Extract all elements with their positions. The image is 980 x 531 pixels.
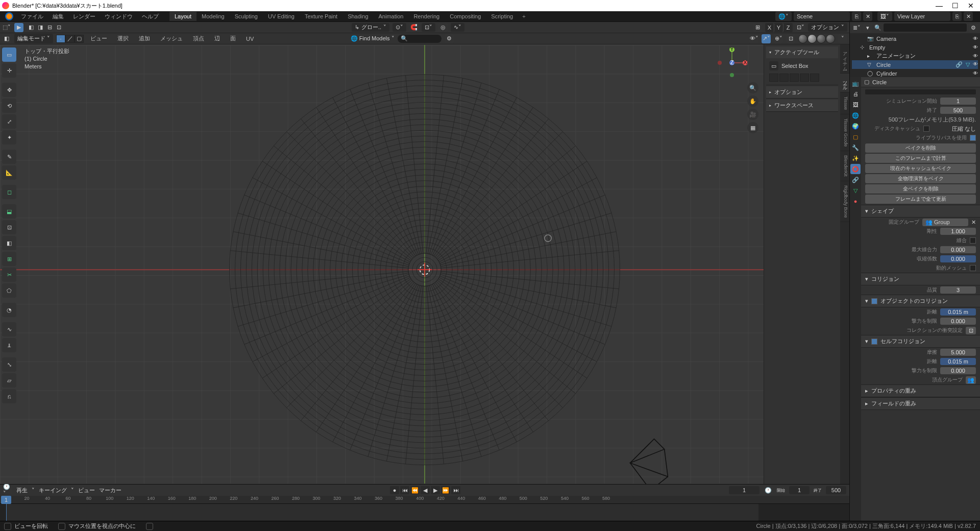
shading-rendered[interactable] — [826, 34, 835, 43]
spin-tool[interactable]: ◔ — [2, 303, 16, 317]
shading-dropdown[interactable]: ˅ — [838, 34, 847, 43]
dynmesh-check[interactable] — [970, 265, 976, 271]
tab-sculpting[interactable]: Sculpting — [230, 12, 263, 21]
snap-type-dropdown[interactable]: ⊡˅ — [422, 23, 435, 32]
selmode-xor[interactable] — [800, 74, 809, 82]
shading-solid[interactable] — [807, 34, 817, 43]
perspective-toggle-icon[interactable]: ▦ — [747, 122, 758, 133]
timeline-ruler[interactable]: 1 20406080100120140160180200220240260280… — [0, 496, 849, 504]
npanel-tab-rigidbody[interactable]: Rigidbody Bone — [840, 181, 849, 223]
mode-dropdown[interactable]: 編集モード ˅ — [14, 34, 53, 43]
imp-value[interactable]: 0.000 — [940, 318, 976, 325]
ptab-constraints[interactable]: 🔗 — [850, 175, 861, 185]
visibility-dropdown[interactable]: 👁˅ — [749, 34, 758, 43]
tab-rendering[interactable]: Rendering — [408, 12, 445, 21]
gizmo-dropdown[interactable]: ↗˅ — [762, 34, 771, 43]
minimize-button[interactable]: — — [936, 2, 943, 10]
start-frame-input[interactable] — [789, 486, 810, 494]
snap-toggle[interactable]: 🧲 — [409, 23, 419, 32]
objcoll-section-header[interactable]: ▾ オブジェクトのコリジョン — [861, 295, 980, 307]
npanel-tab-tool[interactable]: ツール — [840, 74, 849, 92]
axis-z[interactable]: Z — [783, 23, 793, 32]
view-menu[interactable]: ビュー — [87, 34, 111, 43]
ptab-render[interactable]: 📺 — [850, 78, 861, 88]
axis-x[interactable]: X — [765, 23, 774, 32]
overlay-dropdown[interactable]: ⊕˅ — [774, 34, 783, 43]
options-dropdown[interactable]: オプション ˅ — [808, 23, 847, 32]
rotate-tool[interactable]: ⟲ — [2, 99, 16, 113]
sim-end-value[interactable]: 500 — [940, 107, 976, 114]
app-logo-icon[interactable] — [5, 12, 13, 20]
pingroup-clear[interactable]: ✕ — [971, 219, 976, 226]
bake-update-button[interactable]: フレームまで全て更新 — [865, 195, 976, 204]
editor-type-dropdown[interactable]: ⬚˅ — [2, 23, 11, 32]
loopcut-tool[interactable]: ⊞ — [2, 252, 16, 266]
tab-uvediting[interactable]: UV Editing — [263, 12, 300, 21]
add-workspace-button[interactable]: + — [518, 13, 529, 19]
mesh-menu[interactable]: メッシュ — [157, 34, 186, 43]
sel-sub-icon[interactable]: ⊡ — [54, 23, 63, 32]
current-frame-input[interactable] — [729, 486, 760, 494]
selfcoll-section-header[interactable]: ▾ セルフコリジョン — [861, 335, 980, 348]
outliner-row[interactable]: ▸アニメーション👁 — [852, 52, 978, 60]
vertex-select-mode[interactable]: · — [56, 35, 65, 43]
measure-tool[interactable]: 📐 — [2, 165, 16, 180]
collision-section-header[interactable]: ▾ コリジョン — [861, 273, 980, 285]
ptab-world[interactable]: 🌍 — [850, 121, 861, 131]
timeline-body[interactable] — [0, 504, 849, 521]
fric-value[interactable]: 5.000 — [940, 349, 976, 356]
timeline-editor-dropdown[interactable]: 🕐˅ — [3, 486, 12, 495]
move-tool[interactable]: ✥ — [2, 83, 16, 97]
axis-y[interactable]: Y — [774, 23, 783, 32]
bake-delete-button[interactable]: ベイクを削除 — [865, 143, 976, 153]
autokey-toggle[interactable]: ● — [390, 486, 399, 494]
search-settings[interactable]: ⚙ — [445, 34, 454, 43]
menu-file[interactable]: ファイル — [16, 12, 48, 21]
zoom-icon[interactable]: 🔍 — [747, 82, 758, 93]
pivot-dropdown[interactable]: ⊙˅ — [393, 23, 406, 32]
rip-tool[interactable]: ⎌ — [2, 389, 16, 403]
scene-delete-button[interactable]: ✕ — [863, 12, 872, 21]
ptab-modifiers[interactable]: 🔧 — [850, 142, 861, 153]
scene-icon[interactable]: 🌐˅ — [775, 12, 792, 21]
mode-dropdown-icon[interactable]: ◧ — [2, 34, 11, 43]
sel-intersect-icon[interactable]: ⊟ — [45, 23, 54, 32]
viewlayer-delete-button[interactable]: ✕ — [964, 12, 973, 21]
stiff-value[interactable]: 1.000 — [940, 228, 976, 235]
disk-cache-check[interactable] — [923, 126, 929, 132]
jump-start-button[interactable]: ⏮ — [400, 486, 409, 494]
select-box-tool[interactable]: ▭ — [2, 47, 16, 62]
npanel-tab-tissue[interactable]: Tissue — [840, 92, 849, 114]
transform-tool[interactable]: ✦ — [2, 130, 16, 144]
play-button[interactable]: ▶ — [431, 486, 440, 494]
outliner-row[interactable]: ⊹Empty👁 — [852, 43, 978, 52]
outliner-filter-button[interactable]: ⚙ — [969, 23, 978, 32]
current-frame-indicator[interactable]: 1 — [1, 496, 11, 504]
proportional-type-dropdown[interactable]: ∿˅ — [451, 23, 464, 32]
ptab-viewlayer[interactable]: 🖼 — [850, 100, 861, 110]
bake-deleteall-button[interactable]: 全ベイクを削除 — [865, 184, 976, 194]
gizmo-toggle[interactable]: ⊞ — [753, 23, 762, 32]
end-frame-input[interactable] — [826, 486, 846, 494]
npanel-tab-item[interactable]: アイテム — [840, 44, 849, 74]
outliner-row[interactable]: ◯Cylinder👁 — [852, 69, 978, 77]
sew-check[interactable] — [970, 237, 976, 244]
bake-calc-button[interactable]: このフレームまで計算 — [865, 154, 976, 163]
bevel-tool[interactable]: ◧ — [2, 236, 16, 250]
pan-icon[interactable]: ✋ — [747, 95, 758, 107]
active-tool-header[interactable]: アクティブツール — [766, 46, 838, 58]
tl-menu-keying[interactable]: キーイング — [39, 487, 67, 494]
vertex-menu[interactable]: 頂点 — [189, 34, 208, 43]
proportional-toggle[interactable]: ◎ — [438, 23, 448, 32]
polybuild-tool[interactable]: ⬠ — [2, 283, 16, 298]
edge-menu[interactable]: 辺 — [211, 34, 224, 43]
menu-help[interactable]: ヘルプ — [137, 12, 163, 21]
tab-shading[interactable]: Shading — [342, 12, 373, 21]
pingroup-value[interactable]: 👥 Group — [922, 219, 968, 226]
selmode-add[interactable] — [779, 74, 789, 82]
selmode-and[interactable] — [810, 74, 819, 82]
search-input[interactable] — [408, 36, 438, 42]
find-models[interactable]: 🌐 Find Models ˅ — [351, 35, 395, 42]
close-button[interactable]: ✕ — [968, 2, 974, 10]
shrink-value[interactable]: 0.000 — [940, 255, 976, 262]
